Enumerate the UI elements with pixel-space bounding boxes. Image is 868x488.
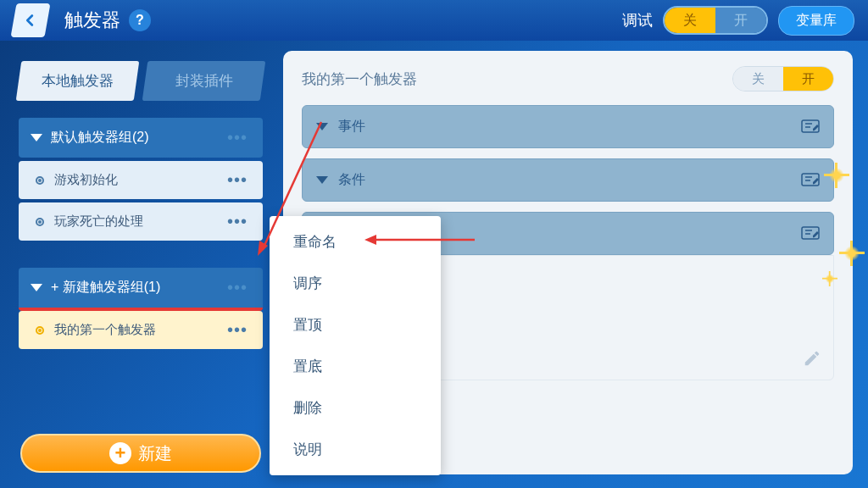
- menu-move-top[interactable]: 置顶: [270, 304, 441, 346]
- sidebar-tabs: 本地触发器 封装插件: [19, 61, 263, 101]
- bullet-icon: [36, 326, 44, 335]
- trigger-toggle-off[interactable]: 关: [733, 67, 783, 91]
- tab-local-triggers[interactable]: 本地触发器: [16, 61, 140, 101]
- annotation-arrow: [258, 114, 334, 258]
- debug-toggle-off[interactable]: 关: [665, 8, 715, 33]
- group-title: + 新建触发器组(1): [51, 279, 224, 297]
- plus-icon: +: [109, 442, 131, 464]
- trigger-item[interactable]: 游戏初始化 •••: [19, 161, 263, 199]
- edit-icon[interactable]: [801, 173, 820, 188]
- section-condition[interactable]: 条件: [302, 158, 834, 202]
- item-menu-icon[interactable]: •••: [224, 170, 251, 190]
- back-button[interactable]: [10, 3, 50, 37]
- trigger-item-selected[interactable]: 我的第一个触发器 •••: [19, 311, 263, 349]
- collapse-icon: [31, 284, 42, 291]
- debug-toggle-on[interactable]: 开: [715, 8, 766, 33]
- edit-icon[interactable]: [801, 226, 820, 241]
- bullet-icon: [36, 176, 44, 185]
- svg-line-3: [263, 122, 321, 249]
- create-button[interactable]: + 新建: [20, 434, 261, 473]
- collapse-icon: [31, 134, 42, 141]
- edit-icon[interactable]: [801, 119, 820, 135]
- topbar: 触发器 ? 调试 关 开 变量库: [0, 0, 868, 41]
- variable-library-button[interactable]: 变量库: [778, 6, 854, 36]
- bullet-icon: [36, 218, 44, 226]
- debug-label: 调试: [622, 10, 653, 30]
- annotation-arrow: [364, 233, 483, 247]
- trigger-toggle-on[interactable]: 开: [783, 67, 833, 91]
- group-header-default[interactable]: 默认触发器组(2) •••: [19, 118, 263, 158]
- menu-description[interactable]: 说明: [270, 429, 441, 470]
- page-title: 触发器: [64, 8, 120, 33]
- item-menu-icon[interactable]: •••: [224, 320, 251, 340]
- group-title: 默认触发器组(2): [51, 129, 224, 147]
- group-header-new[interactable]: + 新建触发器组(1) •••: [19, 268, 263, 311]
- group-menu-icon[interactable]: •••: [224, 278, 251, 297]
- sidebar: 本地触发器 封装插件 默认触发器组(2) ••• 游戏初始化 ••• 玩家死亡的…: [19, 61, 263, 352]
- pencil-icon[interactable]: [803, 349, 821, 371]
- tab-plugins[interactable]: 封装插件: [142, 61, 266, 101]
- item-menu-icon[interactable]: •••: [224, 212, 251, 231]
- sparkle-decoration: [829, 168, 844, 183]
- section-event[interactable]: 事件: [302, 105, 834, 148]
- menu-reorder[interactable]: 调序: [270, 263, 441, 304]
- trigger-enable-toggle[interactable]: 关 开: [732, 66, 834, 92]
- trigger-item[interactable]: 玩家死亡的处理 •••: [19, 202, 263, 241]
- svg-marker-6: [364, 235, 376, 245]
- trigger-name: 我的第一个触发器: [302, 69, 417, 89]
- group-menu-icon[interactable]: •••: [224, 128, 251, 147]
- menu-move-bottom[interactable]: 置底: [270, 346, 441, 387]
- menu-delete[interactable]: 删除: [270, 387, 441, 429]
- sparkle-decoration: [826, 274, 835, 284]
- help-icon[interactable]: ?: [129, 9, 151, 31]
- sparkle-decoration: [844, 246, 860, 261]
- debug-toggle[interactable]: 关 开: [663, 6, 768, 35]
